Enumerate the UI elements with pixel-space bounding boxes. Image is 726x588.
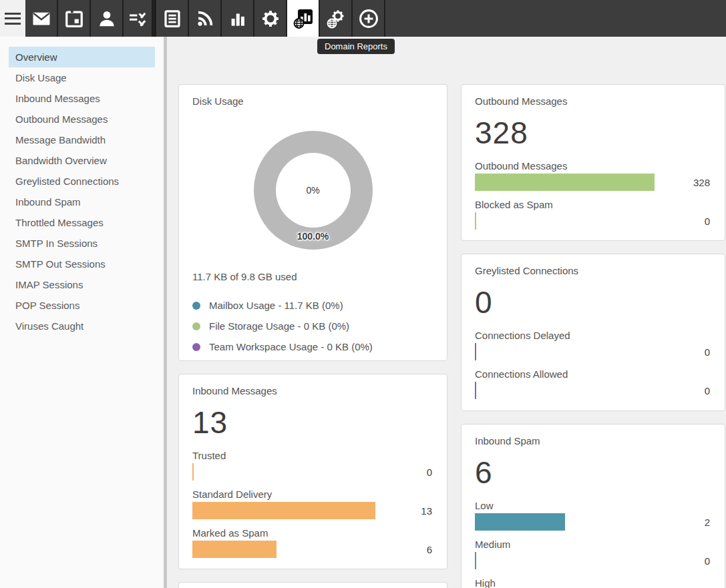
bar-track: [192, 541, 375, 558]
card-title: Disk Usage: [192, 95, 433, 107]
legend-item: File Storage Usage - 0 KB (0%): [192, 320, 433, 332]
row-label: Connections Delayed: [475, 330, 711, 341]
inbound-messages-total: 13: [192, 407, 433, 438]
sidebar-item-bandwidth-overview[interactable]: Bandwidth Overview: [9, 150, 155, 171]
stat-row: Standard Delivery 13: [192, 489, 433, 519]
sidebar-item-overview[interactable]: Overview: [9, 47, 155, 67]
card-title: Greylisted Connections: [475, 265, 711, 276]
stat-row: High: [475, 577, 711, 588]
stat-row: Outbound Messages 328: [475, 160, 711, 191]
row-label: Outbound Messages: [475, 160, 711, 172]
row-label: Blocked as Spam: [475, 199, 711, 210]
sidebar-item-viruses-caught[interactable]: Viruses Caught: [9, 316, 155, 336]
sidebar-item-outbound-messages[interactable]: Outbound Messages: [9, 109, 155, 129]
legend-label: Team Workspace Usage - 0 KB (0%): [209, 341, 373, 352]
row-value: 0: [655, 555, 711, 567]
domain-reports-page: Domain Reports Overview Disk Usage Inbou…: [0, 0, 726, 588]
row-label: Medium: [475, 539, 711, 550]
legend-label: File Storage Usage - 0 KB (0%): [209, 320, 349, 332]
card-title: Outbound Messages: [475, 95, 711, 107]
blocked-as-spam-bar: [475, 212, 476, 230]
bar-track: [475, 343, 655, 360]
disk-usage-donut-chart: 0% 100.0%: [254, 131, 373, 250]
stat-row: Medium 0: [475, 539, 711, 569]
medium-spam-bar: [475, 552, 476, 569]
row-value: 13: [375, 505, 433, 517]
stat-row: Connections Allowed 0: [475, 368, 711, 399]
stat-row: Low 2: [475, 500, 711, 531]
contacts-icon: [97, 9, 117, 29]
sidebar-item-pop-sessions[interactable]: POP Sessions: [9, 295, 155, 316]
sidebar-item-smtp-in-sessions[interactable]: SMTP In Sessions: [9, 233, 155, 254]
sidebar-item-message-bandwidth[interactable]: Message Bandwidth: [9, 129, 155, 150]
contacts-button[interactable]: [91, 0, 124, 37]
stat-row: Connections Delayed 0: [475, 330, 711, 360]
row-label: Low: [475, 500, 711, 511]
new-item-button[interactable]: [353, 0, 385, 37]
sidebar-item-disk-usage[interactable]: Disk Usage: [9, 67, 155, 88]
stat-row: Blocked as Spam 0: [475, 199, 711, 230]
disk-usage-legend: Mailbox Usage - 11.7 KB (0%) File Storag…: [192, 300, 433, 352]
row-value: 0: [375, 467, 433, 478]
tasks-icon: [128, 9, 148, 29]
marked-as-spam-bar: [192, 541, 277, 558]
menu-icon[interactable]: [5, 9, 25, 27]
bar-track: [192, 502, 375, 519]
card-title: Inbound Messages: [192, 385, 433, 396]
legend-item: Mailbox Usage - 11.7 KB (0%): [192, 300, 433, 311]
bar-track: [475, 174, 655, 191]
domain-reports-icon: [292, 7, 315, 30]
sidebar: Overview Disk Usage Inbound Messages Out…: [0, 37, 164, 588]
greylisted-connections-card: Greylisted Connections 0 Connections Del…: [461, 254, 725, 411]
row-value: 6: [375, 544, 433, 555]
reports-button[interactable]: [222, 0, 254, 37]
message-bandwidth-card-stub: [178, 582, 447, 588]
disk-usage-card: Disk Usage 0% 100.0% 11.7 KB of 9.8 GB u…: [178, 84, 447, 361]
tasks-button[interactable]: [124, 0, 156, 37]
row-value: 2: [655, 517, 711, 528]
file-storage-usage-dot-icon: [192, 322, 200, 330]
settings-icon: [260, 9, 281, 29]
bar-track: [475, 212, 655, 230]
inbound-spam-card: Inbound Spam 6 Low 2 Medium 0: [461, 424, 725, 588]
bar-track: [475, 382, 655, 399]
row-label: Connections Allowed: [475, 368, 711, 380]
inbound-spam-total: 6: [475, 457, 711, 488]
plus-circle-icon: [358, 8, 379, 29]
legend-item: Team Workspace Usage - 0 KB (0%): [192, 341, 433, 352]
team-workspace-usage-dot-icon: [192, 343, 200, 351]
trusted-bar: [192, 463, 194, 481]
feeds-button[interactable]: [189, 0, 222, 37]
sidebar-item-smtp-out-sessions[interactable]: SMTP Out Sessions: [9, 254, 155, 274]
sidebar-item-throttled-messages[interactable]: Throttled Messages: [9, 212, 155, 233]
disk-usage-summary: 11.7 KB of 9.8 GB used: [192, 271, 433, 282]
row-value: 0: [655, 385, 711, 396]
legend-label: Mailbox Usage - 11.7 KB (0%): [209, 300, 343, 311]
toolbar-icon-strip: [25, 0, 726, 37]
calendar-button[interactable]: [58, 0, 91, 37]
domain-reports-tooltip: Domain Reports: [317, 39, 395, 54]
main-content: Disk Usage 0% 100.0% 11.7 KB of 9.8 GB u…: [167, 37, 726, 588]
row-value: 328: [655, 177, 711, 188]
bar-track: [475, 552, 655, 569]
row-value: 0: [655, 346, 711, 358]
reports-icon: [228, 9, 248, 29]
domain-settings-button[interactable]: [320, 0, 353, 37]
notes-button[interactable]: [156, 0, 189, 37]
greylisted-connections-total: 0: [475, 287, 711, 318]
sidebar-item-greylisted-connections[interactable]: Greylisted Connections: [9, 171, 155, 192]
domain-reports-button[interactable]: [287, 0, 320, 37]
row-value: 0: [655, 216, 711, 227]
feeds-icon: [195, 9, 215, 29]
calendar-icon: [64, 9, 84, 29]
row-label: Standard Delivery: [192, 489, 433, 500]
settings-button[interactable]: [254, 0, 287, 37]
sidebar-item-inbound-messages[interactable]: Inbound Messages: [9, 88, 155, 109]
inbound-messages-card: Inbound Messages 13 Trusted 0 Standard D…: [178, 374, 447, 569]
mail-button[interactable]: [25, 0, 58, 37]
sidebar-item-imap-sessions[interactable]: IMAP Sessions: [9, 274, 155, 295]
row-label: High: [475, 577, 711, 588]
row-label: Marked as Spam: [192, 527, 433, 539]
sidebar-item-inbound-spam[interactable]: Inbound Spam: [9, 192, 155, 212]
domain-settings-icon: [325, 7, 347, 30]
